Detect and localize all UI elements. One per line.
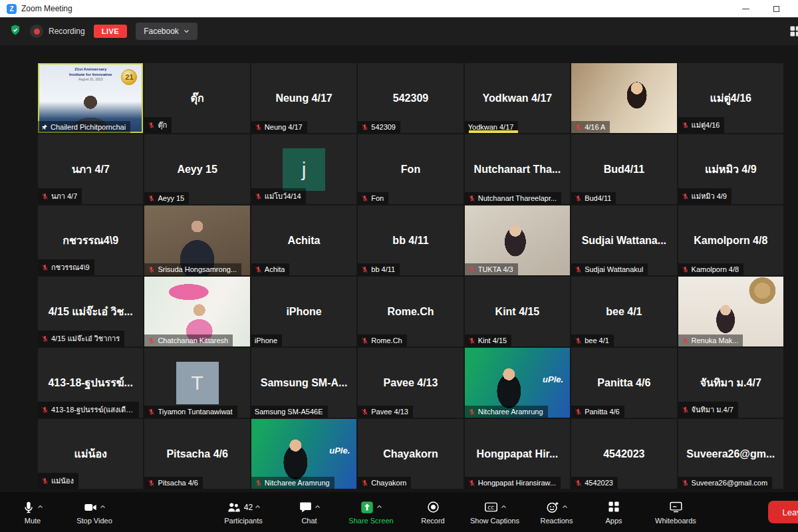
participant-tile[interactable]: Sudjai Wattana...Sudjai Wattanakul: [571, 205, 676, 275]
chat-label: Chat: [301, 517, 317, 525]
participant-tile[interactable]: 4/16 A: [571, 63, 676, 133]
show-captions-button[interactable]: CC Show Captions: [462, 492, 528, 532]
participant-name-label: แม่น้อง: [38, 473, 78, 489]
participant-tile[interactable]: Chatchanan Kittaresh: [144, 277, 249, 346]
participant-tile[interactable]: จันทิมา ม.4/7จันทิมา ม.4/7: [678, 348, 783, 418]
participant-tile[interactable]: 413-18-ฐปนรรฆ์...413-18-ฐปนรรฆ์(แสงเดือน…: [38, 348, 143, 418]
participant-label-text: Fon: [371, 194, 384, 202]
live-badge: LIVE: [94, 25, 127, 38]
mic-icon: [22, 500, 35, 515]
participant-label-text: นภา 4/7: [51, 190, 77, 202]
participant-label-text: กชวรรณ4\9: [51, 261, 90, 273]
participant-tile[interactable]: 4/15 แม่จ๊ะเอ๋ วิช...4/15 แม่จ๊ะเอ๋ วิชา…: [38, 277, 143, 346]
participant-name-label: 413-18-ฐปนรรฆ์(แสงเดือน): [38, 402, 139, 418]
participant-tile[interactable]: Yodkwan 4/17Yodkwan 4/17: [465, 63, 570, 133]
participant-tile[interactable]: iPhoneiPhone: [251, 277, 356, 346]
whiteboards-button[interactable]: Whiteboards: [642, 492, 709, 532]
apps-button[interactable]: Apps: [585, 492, 642, 532]
participant-tile[interactable]: Renuka Mak...: [678, 277, 783, 346]
participant-label-text: แม่น้อง: [51, 475, 74, 487]
minimize-button[interactable]: [742, 9, 749, 9]
participant-name-label: Pitsacha 4/6: [144, 477, 203, 489]
meeting-toolbar: Mute Stop Video 42 Participants Chat Sha…: [0, 492, 798, 532]
participant-tile[interactable]: Hongpapat Hir...Hongpapat Hiransiraw...: [465, 419, 570, 489]
facebook-stream-button[interactable]: Facebook: [136, 23, 198, 40]
restore-button[interactable]: [773, 6, 779, 12]
recording-indicator[interactable]: Recording: [30, 25, 85, 38]
participant-tile[interactable]: ตุ๊กตุ๊ก: [144, 63, 249, 133]
participant-name-label: 4/15 แม่จ๊ะเอ๋ วิชาการ: [38, 331, 124, 346]
participant-tile[interactable]: แม่ตู่4/16แม่ตู่4/16: [678, 63, 783, 133]
participant-tile[interactable]: bb 4/11bb 4/11: [358, 205, 463, 275]
participant-tile[interactable]: Srisuda Hongsamrong...: [144, 205, 249, 275]
muted-mic-icon: [148, 337, 155, 344]
muted-mic-icon: [255, 479, 262, 487]
participant-label-text: Rome.Ch: [371, 336, 402, 344]
participant-name-label: แม่ตู่4/16: [678, 117, 725, 133]
participant-tile[interactable]: bee 4/1bee 4/1: [571, 277, 676, 346]
participant-tile[interactable]: Kint 4/15Kint 4/15: [465, 277, 570, 346]
participant-tile[interactable]: Pitsacha 4/6Pitsacha 4/6: [144, 419, 249, 489]
participant-name-label: กชวรรณ4\9: [38, 259, 94, 275]
mute-button[interactable]: Mute: [4, 492, 61, 532]
record-icon: [426, 500, 440, 514]
apps-icon: [607, 500, 620, 513]
participant-tile[interactable]: Samsung SM-A...Samsung SM-A546E: [251, 348, 356, 418]
video-options-caret[interactable]: [100, 499, 106, 511]
participant-tile[interactable]: FonFon: [358, 134, 463, 204]
participant-tile[interactable]: jแม่โบว์4/14: [251, 134, 356, 204]
reactions-button[interactable]: Reactions: [528, 492, 585, 532]
participant-tile[interactable]: Kamolporn 4/8Kamolporn 4/8: [678, 205, 783, 275]
participant-tile[interactable]: 542309542309: [358, 63, 463, 133]
reactions-options-caret[interactable]: [562, 499, 568, 511]
encryption-shield-icon[interactable]: [9, 24, 21, 39]
anniversary-badge: 21: [121, 69, 137, 85]
muted-mic-icon: [682, 479, 689, 487]
participant-tile[interactable]: Neung 4/17Neung 4/17: [251, 63, 356, 133]
chat-button[interactable]: Chat: [281, 492, 338, 532]
participant-tile[interactable]: ChayakornChayakorn: [358, 419, 463, 489]
participant-name-label: Srisuda Hongsamrong...: [144, 263, 241, 275]
share-screen-button[interactable]: Share Screen: [338, 492, 404, 532]
share-options-caret[interactable]: [376, 499, 382, 511]
gallery-view-icon[interactable]: [789, 25, 798, 41]
participant-tile[interactable]: แม่น้องแม่น้อง: [38, 419, 143, 489]
participant-tile[interactable]: uPle.Nitcharee Aramrung: [465, 348, 570, 418]
participant-label-text: จันทิมา ม.4/7: [692, 404, 733, 416]
participant-tile[interactable]: Bud4/11Bud4/11: [571, 134, 676, 204]
muted-mic-icon: [41, 335, 49, 342]
participant-name-label: Renuka Mak...: [678, 334, 743, 346]
participants-options-caret[interactable]: [255, 499, 261, 511]
record-button[interactable]: Record: [404, 492, 462, 532]
record-label: Record: [421, 517, 444, 525]
muted-mic-icon: [41, 477, 49, 485]
participant-tile[interactable]: 45420234542023: [571, 419, 676, 489]
participants-button[interactable]: 42 Participants: [206, 492, 281, 532]
participant-tile[interactable]: TUKTA 4/3: [465, 205, 570, 275]
muted-mic-icon: [148, 195, 155, 202]
participant-tile[interactable]: 21st AnniversaryInstitute for Innovative…: [38, 63, 143, 133]
leave-button[interactable]: Leave: [768, 501, 798, 523]
participant-tile[interactable]: Rome.ChRome.Ch: [358, 277, 463, 346]
participant-tile[interactable]: Pavee 4/13Pavee 4/13: [358, 348, 463, 418]
participant-tile[interactable]: Aeyy 15Aeyy 15: [144, 134, 249, 204]
participant-tile[interactable]: Nutchanart Tha...Nutchanart Thareelapr..…: [465, 134, 570, 204]
participant-tile[interactable]: TTiyamon Tuntanawiwat: [144, 348, 249, 418]
stop-video-button[interactable]: Stop Video: [61, 492, 128, 532]
mute-options-caret[interactable]: [37, 499, 43, 511]
participant-tile[interactable]: Panitta 4/6Panitta 4/6: [571, 348, 676, 418]
captions-options-caret[interactable]: [501, 499, 507, 511]
participant-tile[interactable]: uPle.Nitcharee Aramrung: [251, 419, 356, 489]
participant-tile[interactable]: กชวรรณ4\9กชวรรณ4\9: [38, 205, 143, 275]
chat-options-caret[interactable]: [315, 499, 321, 511]
participant-tile[interactable]: แม่หมิว 4/9แม่หมิว 4/9: [678, 134, 783, 204]
participant-label-text: Neung 4/17: [265, 123, 303, 131]
participant-tile[interactable]: Suveera26@gm...Suveera26@gmail.com: [678, 419, 783, 489]
participant-tile[interactable]: นภา 4/7นภา 4/7: [38, 134, 143, 204]
highlight-underline: [469, 130, 518, 133]
participant-tile[interactable]: AchitaAchita: [251, 205, 356, 275]
participant-label-text: 4542023: [585, 479, 613, 487]
participant-name-label: 4542023: [571, 477, 618, 489]
participant-label-text: Nitcharee Aramrung: [265, 479, 330, 487]
participant-label-text: Bud4/11: [585, 194, 611, 202]
